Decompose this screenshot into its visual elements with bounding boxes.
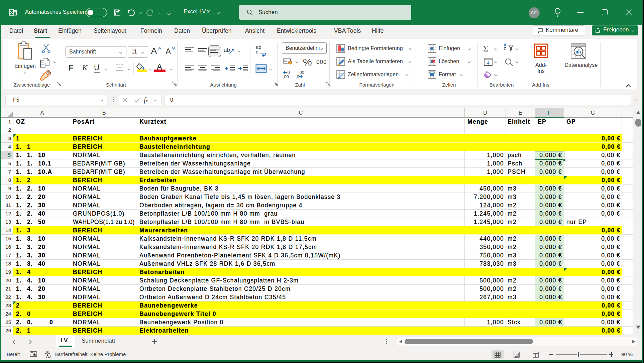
svg-text:co: co [284,59,287,63]
